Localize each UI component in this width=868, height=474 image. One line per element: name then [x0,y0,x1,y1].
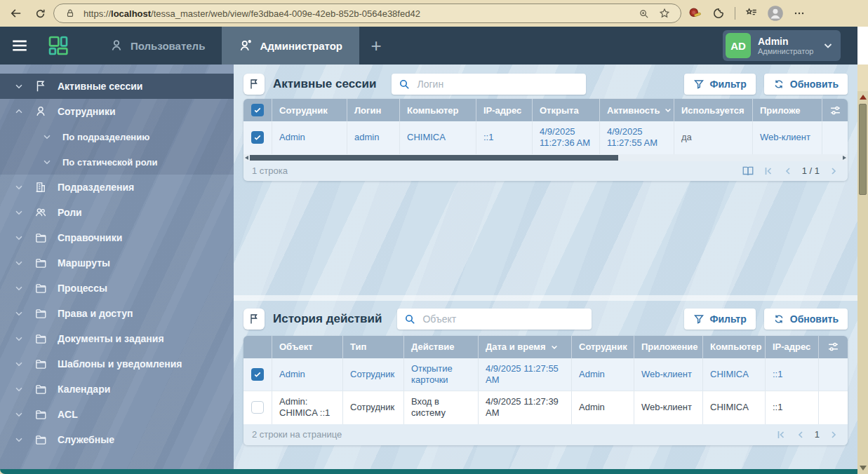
refresh-button[interactable]: Обновить [764,74,848,95]
cell-employee[interactable]: Admin [571,391,634,424]
new-tab-button[interactable]: + [359,27,393,65]
history-search[interactable] [397,309,592,330]
dashboard-icon[interactable] [39,27,77,65]
first-page-icon[interactable] [763,165,774,177]
scroll-down-icon[interactable] [860,466,867,470]
back-icon[interactable] [6,3,27,24]
scrollbar-thumb[interactable] [859,104,867,195]
prev-page-icon[interactable] [782,165,794,177]
table-row[interactable]: Admin admin CHIMICA ::1 4/9/2025 11:27:3… [243,121,848,154]
table-row[interactable]: Admin Сотрудник Открытие карточки 4/9/20… [243,358,848,391]
column-header[interactable]: Сотрудник [571,336,634,358]
cell-type[interactable]: Сотрудник [342,391,403,424]
cell-datetime[interactable]: 4/9/2025 11:27:55 AM [478,358,571,391]
tab-admin[interactable]: Администратор [222,27,359,65]
zoom-icon[interactable] [636,6,651,21]
scroll-left-icon[interactable] [245,156,248,160]
sidebar-item-active-sessions[interactable]: Активные сессии [0,74,234,99]
cell-action[interactable]: Открытие карточки [403,358,478,391]
sidebar-item-service[interactable]: Служебные [0,427,234,452]
next-page-icon[interactable] [828,429,839,440]
column-header[interactable]: Компьютер [399,99,476,121]
tab-user[interactable]: Пользователь [93,27,222,65]
address-bar[interactable]: https://localhost/tessa_master/web/view/… [53,4,681,23]
sidebar-item-acl[interactable]: ACL [0,402,234,427]
search-input[interactable] [421,313,585,325]
cookie-extension-icon[interactable] [708,3,729,24]
column-header[interactable]: Логин [347,99,399,121]
cell-application[interactable]: Web-клиент [634,358,702,391]
search-input[interactable] [415,78,579,90]
column-header[interactable]: Действие [403,336,478,358]
cell-ip[interactable]: ::1 [476,121,532,154]
sidebar-item-roles[interactable]: Роли [0,200,234,225]
view-flag-button[interactable] [243,309,265,330]
row-checkbox[interactable] [243,391,272,424]
column-header[interactable]: Сотрудник [272,99,347,121]
hamburger-icon[interactable] [0,27,39,65]
column-settings-button[interactable] [822,99,848,121]
column-header[interactable]: IP-адрес [765,336,818,358]
cell-employee[interactable]: Admin [272,121,347,154]
first-page-icon[interactable] [775,429,787,440]
row-checkbox[interactable] [243,121,272,154]
column-header[interactable]: Открыта [532,99,599,121]
column-settings-button[interactable] [818,336,848,358]
column-header[interactable]: Объект [272,336,342,358]
sidebar-item-rights-access[interactable]: Права и доступ [0,301,234,326]
cell-application[interactable]: Web-клиент [752,121,822,154]
column-header[interactable]: Тип [342,336,403,358]
column-header[interactable]: Используется [674,99,752,121]
more-icon[interactable] [789,3,810,24]
cell-application[interactable]: Web-клиент [634,391,702,424]
column-header[interactable]: Приложение [634,336,702,358]
cell-login[interactable]: admin [347,121,399,154]
column-header-sorted[interactable]: Дата и время [478,336,571,358]
filter-button[interactable]: Фильтр [684,74,756,95]
star-icon[interactable] [657,6,672,21]
profile-icon[interactable] [765,3,786,24]
cell-datetime[interactable]: 4/9/2025 11:27:39 AM [478,391,571,424]
column-header-sorted[interactable]: Активность [599,99,674,121]
column-header[interactable]: Компьютер [702,336,765,358]
row-checkbox[interactable] [243,358,272,391]
scroll-up-icon[interactable] [860,95,867,100]
sidebar-item-by-department[interactable]: По подразделению [0,124,234,149]
sidebar-item-routes[interactable]: Маршруты [0,250,234,276]
user-menu[interactable]: AD Admin Администратор [723,30,841,61]
cell-employee[interactable]: Admin [571,358,634,391]
sidebar-item-departments[interactable]: Подразделения [0,175,234,200]
collections-icon[interactable] [741,3,762,24]
cell-object[interactable]: Admin [272,358,342,391]
cell-opened[interactable]: 4/9/2025 11:27:36 AM [532,121,599,154]
scroll-right-icon[interactable] [843,156,846,160]
url-text[interactable]: https://localhost/tessa_master/web/view/… [84,8,630,19]
scrollbar-thumb[interactable] [250,155,618,161]
view-flag-button[interactable] [243,74,265,95]
cell-type[interactable]: Сотрудник [342,358,403,391]
table-row[interactable]: Admin: CHIMICA ::1 Сотрудник Вход в сист… [243,391,848,424]
prev-page-icon[interactable] [795,429,806,440]
cell-computer[interactable]: CHIMICA [702,358,765,391]
cell-action[interactable]: Вход в систему [403,391,478,424]
panel-splitter[interactable] [234,295,857,301]
cell-activity[interactable]: 4/9/2025 11:27:55 AM [599,121,674,154]
cell-ip[interactable]: ::1 [765,358,818,391]
refresh-button[interactable]: Обновить [764,309,848,330]
select-all-checkbox[interactable] [243,99,272,121]
sidebar-item-documents-tasks[interactable]: Документы и задания [0,326,234,351]
sessions-search[interactable] [392,74,586,95]
column-header[interactable]: Приложе [752,99,822,121]
column-header[interactable]: IP-адрес [476,99,532,121]
cell-computer[interactable]: CHIMICA [399,121,476,154]
sidebar-item-calendars[interactable]: Календари [0,377,234,402]
cell-object[interactable]: Admin: CHIMICA ::1 [272,391,342,424]
book-icon[interactable] [742,165,754,177]
cell-ip[interactable]: ::1 [765,391,818,424]
page-scrollbar[interactable] [857,91,868,474]
sidebar-item-templates-notifications[interactable]: Шаблоны и уведомления [0,351,234,377]
filter-button[interactable]: Фильтр [684,309,756,330]
sidebar-item-directories[interactable]: Справочники [0,225,234,250]
reload-icon[interactable] [29,3,51,24]
cell-computer[interactable]: CHIMICA [702,391,765,424]
